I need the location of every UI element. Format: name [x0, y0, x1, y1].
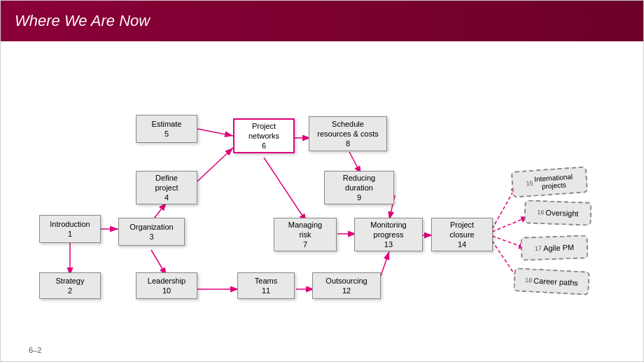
node-estimate: Estimate5 — [136, 115, 197, 143]
node-schedule-resources: Scheduleresources & costs8 — [309, 116, 387, 151]
node-agile-pm: 17 Agile PM — [520, 235, 588, 260]
node-project-networks: Projectnetworks6 — [233, 118, 295, 153]
slide: Where We Are Now — [0, 0, 644, 362]
svg-line-14 — [381, 251, 389, 276]
node-career-paths: 18 Career paths — [513, 267, 590, 295]
page-number: 6–2 — [29, 346, 41, 354]
node-project-closure: Projectclosure14 — [431, 218, 493, 251]
node-teams: Teams11 — [237, 272, 295, 299]
node-monitoring-progress: Monitoringprogress13 — [354, 218, 423, 251]
node-organization: Organization3 — [118, 218, 185, 246]
node-strategy: Strategy2 — [39, 272, 101, 299]
node-reducing-duration: Reducingduration9 — [324, 171, 394, 204]
svg-line-7 — [197, 148, 233, 181]
node-oversight: 16 Oversight — [524, 200, 592, 225]
header-bar: Where We Are Now — [1, 1, 643, 41]
svg-line-6 — [197, 129, 233, 136]
node-define-project: Defineproject4 — [136, 171, 197, 204]
diagram-area: Introduction1 Estimate5 Defineproject4 O… — [1, 41, 644, 349]
node-introduction: Introduction1 — [39, 215, 101, 243]
slide-title: Where We Are Now — [15, 12, 150, 30]
svg-line-9 — [264, 158, 307, 222]
node-managing-risk: Managingrisk7 — [274, 218, 337, 251]
node-leadership: Leadership10 — [136, 272, 197, 299]
node-international-projects: 15 Internationalprojects — [511, 166, 588, 197]
node-outsourcing: Outsourcing12 — [312, 272, 381, 299]
